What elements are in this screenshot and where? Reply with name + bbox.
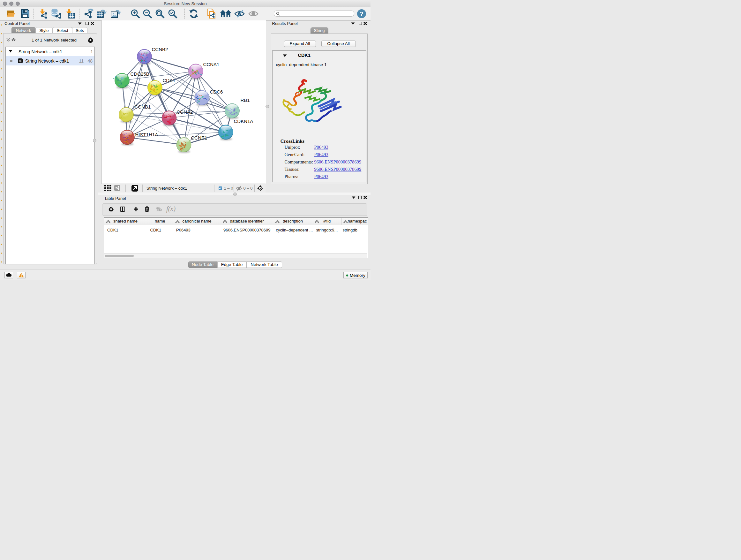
- svg-text:CDC6: CDC6: [210, 89, 223, 95]
- svg-text:CDC25B: CDC25B: [130, 71, 149, 77]
- svg-text:CCNB2: CCNB2: [151, 47, 168, 52]
- svg-text:CCNE1: CCNE1: [191, 135, 207, 140]
- svg-text:CCNA2: CCNA2: [177, 109, 193, 115]
- svg-text:RB1: RB1: [240, 98, 250, 103]
- svg-text:HIST1H1A: HIST1H1A: [135, 132, 158, 137]
- svg-text:CDK1: CDK1: [162, 78, 175, 83]
- svg-text:CDKN1A: CDKN1A: [233, 118, 253, 124]
- svg-text:CCNB1: CCNB1: [134, 104, 151, 110]
- svg-text:?: ?: [360, 10, 363, 17]
- svg-text:CCNA1: CCNA1: [203, 62, 219, 67]
